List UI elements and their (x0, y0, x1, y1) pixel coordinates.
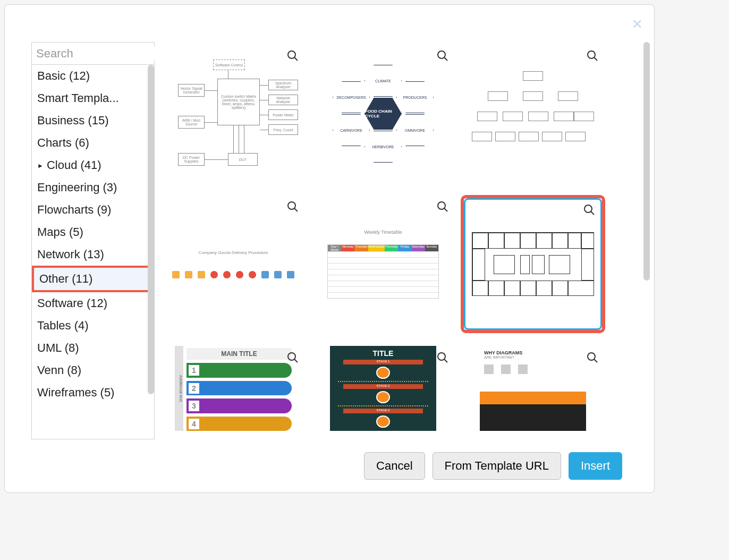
template-infographic-stages[interactable]: TITLE STAGE 1 STAGE 2 STAGE 3 (311, 346, 455, 431)
template-weekly-timetable[interactable]: Weekly Timetable Day / Week Monday Tuesd… (311, 195, 455, 333)
dialog-footer: Cancel From Template URL Insert (5, 445, 654, 493)
template-hexagon-cycle[interactable]: FOOD CHAIN CYCLE CLIMATE DECOMPOSERS PRO… (311, 44, 455, 182)
insert-button[interactable]: Insert (569, 452, 622, 480)
category-list: Basic (12) Smart Templa... Business (15)… (32, 65, 154, 439)
gallery-scrollbar[interactable] (643, 42, 650, 281)
svg-point-18 (588, 353, 595, 360)
svg-point-12 (584, 205, 592, 213)
svg-line-7 (594, 57, 597, 61)
category-smart-templates[interactable]: Smart Templa... (32, 87, 154, 109)
from-template-url-button[interactable]: From Template URL (433, 452, 561, 480)
category-software[interactable]: Software (12) (32, 292, 154, 315)
svg-line-5 (444, 57, 447, 61)
svg-point-8 (288, 202, 295, 209)
svg-point-10 (438, 202, 445, 209)
category-basic[interactable]: Basic (12) (32, 65, 154, 87)
zoom-icon[interactable] (586, 49, 599, 62)
category-charts[interactable]: Charts (6) (32, 132, 154, 154)
template-org-tree[interactable] (461, 44, 605, 182)
svg-line-9 (294, 208, 298, 211)
svg-line-13 (591, 211, 594, 215)
svg-point-16 (438, 353, 445, 360)
zoom-icon[interactable] (586, 351, 599, 364)
gallery-wrap: Software Control Custom switch Matrix (s… (159, 42, 650, 439)
template-delivery-flow[interactable]: Company Goods Delivery Procedure (161, 195, 306, 333)
close-icon[interactable]: × (632, 14, 642, 32)
zoom-icon[interactable] (583, 203, 596, 216)
category-cloud[interactable]: Cloud (41) (32, 154, 154, 176)
category-uml[interactable]: UML (8) (32, 337, 154, 359)
category-flowcharts[interactable]: Flowcharts (9) (32, 199, 154, 221)
zoom-icon[interactable] (286, 351, 299, 364)
svg-line-15 (294, 359, 298, 362)
template-floor-plan[interactable] (461, 195, 605, 333)
category-business[interactable]: Business (15) (32, 109, 154, 132)
category-tables[interactable]: Tables (4) (32, 315, 154, 337)
zoom-icon[interactable] (436, 351, 449, 364)
zoom-icon[interactable] (286, 200, 299, 213)
template-infographic-why[interactable]: WHY DIAGRAMS ARE IMPORTANT (461, 346, 605, 431)
category-maps[interactable]: Maps (5) (32, 221, 154, 243)
template-infographic-bars[interactable]: Additional text MAIN TITLE 1 2 3 4 (161, 346, 306, 431)
category-other[interactable]: Other (11) (32, 266, 154, 292)
svg-line-17 (444, 359, 447, 362)
cancel-button[interactable]: Cancel (364, 452, 425, 480)
category-sidebar: Basic (12) Smart Templa... Business (15)… (31, 42, 155, 439)
category-network[interactable]: Network (13) (32, 243, 154, 266)
category-engineering[interactable]: Engineering (3) (32, 176, 154, 199)
search-row (32, 43, 154, 65)
svg-point-6 (588, 51, 595, 58)
svg-line-19 (594, 359, 597, 362)
category-venn[interactable]: Venn (8) (32, 359, 154, 381)
zoom-icon[interactable] (436, 200, 449, 213)
svg-point-14 (288, 353, 295, 360)
category-scrollbar[interactable] (148, 65, 154, 394)
svg-line-3 (294, 57, 298, 61)
svg-line-11 (444, 208, 447, 211)
category-wireframes[interactable]: Wireframes (5) (32, 381, 154, 404)
dialog-content: Basic (12) Smart Templa... Business (15)… (5, 5, 654, 445)
template-picker-dialog: × Basic (12) Smart Templa... Business (1… (4, 4, 655, 493)
template-gallery: Software Control Custom switch Matrix (s… (159, 42, 650, 439)
template-block-diagram[interactable]: Software Control Custom switch Matrix (s… (161, 44, 306, 182)
